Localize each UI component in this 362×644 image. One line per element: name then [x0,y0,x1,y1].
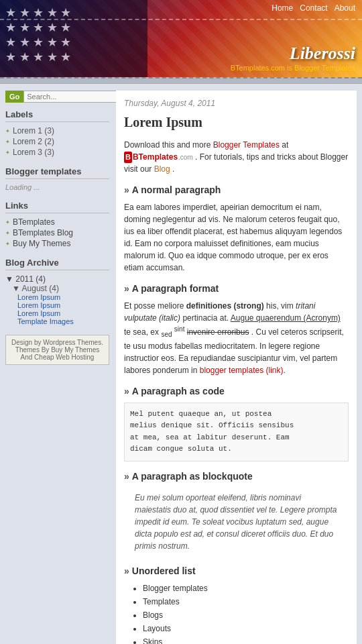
year-label[interactable]: 2011 (4) [15,274,46,284]
format-sub: sed [161,331,172,339]
section-normal-heading: A normal paragraph [124,183,349,197]
link-2[interactable]: Buy My Themes [5,239,109,248]
intro-end: . [172,164,174,174]
labels-section: Labels Lorem 1 (3) Lorem 2 (2) Lorem 3 (… [5,109,109,157]
header-stars [0,0,147,77]
intro-text: Download this and more [124,140,210,150]
links-list: BTemplates BTemplates Blog Buy My Themes [5,217,109,248]
post-date: Thursday, August 4, 2011 [124,97,349,109]
label-link-1[interactable]: Lorem 2 (2) [13,137,54,146]
bt-b: B [124,152,132,163]
sidebar: Go Labels Lorem 1 (3) Lorem 2 (2) Lorem … [5,91,109,644]
archive-post-link-1[interactable]: Lorem Ipsum [17,301,60,309]
label-link-2[interactable]: Lorem 3 (3) [13,148,54,157]
format-sup: sint [174,325,185,333]
subtitle-btemplates: BTemplates.com is Blogger Templates [231,64,355,72]
archive-post-link-2[interactable]: Lorem Ipsum [17,309,60,317]
unordered-list: Blogger templates Templates Blogs Layout… [124,582,349,644]
header-dashed-line [0,19,362,20]
dashed-divider [0,77,362,84]
site-title: Liberossi [231,44,355,64]
link-1[interactable]: BTemplates Blog [5,228,109,237]
top-nav: Home Contact About [265,0,362,16]
credit-line1: Design by Wordpress Themes. [11,339,103,346]
label-item-0: Lorem 1 (3) [5,126,109,136]
post-body: Download this and more Blogger Templates… [124,139,349,644]
format-strike: invenire erroribus [187,327,249,337]
label-link-0[interactable]: Lorem 1 (3) [13,126,54,136]
list-item-3: Layouts [143,623,349,635]
archive-post-3: Template Images [5,317,109,325]
blockquote-block: Eu mei solum oporteat eleifend, libris n… [124,488,349,556]
blogger-templates-link[interactable]: Blogger Templates [213,140,280,150]
archive-post-link-3[interactable]: Template Images [17,317,74,325]
section-code-heading: A paragraph as code [124,384,349,398]
code-block: Mel putent quaeque an, ut postea melius … [124,402,349,462]
label-item-2: Lorem 3 (3) [5,148,109,157]
month-triangle: ▼ [12,284,20,293]
search-button[interactable]: Go [5,91,23,103]
site-subtitle: BTemplates.com is Blogger Templates [231,64,355,72]
intro-paragraph: Download this and more Blogger Templates… [124,139,349,175]
format-underline: Augue quaerendum (Acronym) [231,313,341,323]
list-item-1: Templates [143,596,349,608]
main-layout: Go Labels Lorem 1 (3) Lorem 2 (2) Lorem … [0,84,362,644]
blogger-templates-title: Blogger templates [5,166,109,179]
year-triangle: ▼ [5,274,13,284]
archive-post-link-0[interactable]: Lorem Ipsum [17,293,60,301]
archive-post-2: Lorem Ipsum [5,309,109,317]
archive-post-1: Lorem Ipsum [5,301,109,309]
post-title: Lorem Ipsum [124,112,349,132]
section-normal-label: A normal paragraph [132,183,221,197]
list-item-4: Skins [143,636,349,644]
section-unordered-heading: Unordered list [124,564,349,578]
list-item-2: Blogs [143,609,349,621]
format-strong: definitiones (strong) [186,301,264,311]
links-section: Links BTemplates BTemplates Blog Buy My … [5,201,109,248]
search-input[interactable] [23,91,123,103]
section-blockquote-label: A paragraph as blockquote [132,470,253,484]
section-blockquote-heading: A paragraph as blockquote [124,470,349,484]
credit-line2: Themes By Buy My Themes And Cheap Web Ho… [15,346,99,361]
search-bar: Go [5,91,109,103]
intro-at: at [282,140,288,150]
section-format-heading: A paragraph format [124,282,349,296]
bt-text: BTemplates [133,151,178,163]
month-label[interactable]: August (4) [22,284,59,293]
loading-text: Loading ... [5,183,109,191]
blogger-templates-section: Blogger templates Loading ... [5,166,109,191]
labels-title: Labels [5,109,109,122]
archive-year: ▼ 2011 (4) [5,274,109,284]
main-content: Thursday, August 4, 2011 Lorem Ipsum Dow… [116,91,357,644]
section-unordered-label: Unordered list [132,564,196,578]
archive-month: ▼ August (4) [5,284,109,293]
links-title: Links [5,201,109,213]
section-format-label: A paragraph format [132,282,219,296]
list-item-0: Blogger templates [143,582,349,594]
format-paragraph: Et posse meliore definitiones (strong) h… [124,300,349,376]
archive-post-0: Lorem Ipsum [5,293,109,301]
archive-section: Blog Archive ▼ 2011 (4) ▼ August (4) Lor… [5,258,109,325]
label-item-1: Lorem 2 (2) [5,137,109,146]
nav-home[interactable]: Home [272,3,293,13]
format-link[interactable]: blogger templates (link). [200,366,286,375]
blogger-link[interactable]: Blog [154,164,170,174]
nav-about[interactable]: About [335,3,355,13]
credit-box: Design by Wordpress Themes. Themes By Bu… [5,335,109,365]
format-after: his, vim [266,301,296,311]
btemplates-logo: BBTemplates.com [124,151,193,163]
nav-contact[interactable]: Contact [300,3,327,13]
bt-com: .com [178,152,193,162]
site-title-area: Liberossi BTemplates.com is Blogger Temp… [231,44,355,72]
link-0[interactable]: BTemplates [5,217,109,227]
normal-paragraph: Ea eam labores imperdiet, apeirian democ… [124,201,349,274]
header-banner: Home Contact About Liberossi BTemplates.… [0,0,362,77]
archive-title: Blog Archive [5,258,109,270]
section-code-label: A paragraph as code [132,384,225,398]
format-before: Et posse meliore [124,301,184,311]
format-rest: te sea, ex [124,327,161,337]
format-mid: pertinacia at. [182,313,230,323]
